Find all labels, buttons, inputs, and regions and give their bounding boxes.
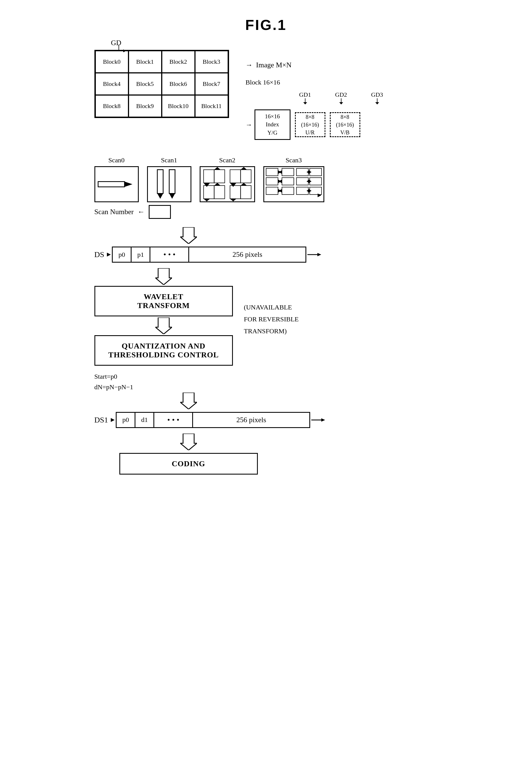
arrow-to-image: → bbox=[246, 61, 253, 69]
svg-marker-18 bbox=[214, 167, 220, 170]
svg-marker-55 bbox=[317, 193, 321, 197]
wavelet-label: WAVELET TRANSFORM bbox=[137, 292, 190, 310]
block16-box: 16×16 Index Y/G bbox=[254, 109, 291, 140]
coding-box: CODING bbox=[119, 453, 258, 475]
svg-marker-61 bbox=[155, 318, 172, 334]
scan3-svg bbox=[264, 167, 323, 202]
scan0-svg bbox=[95, 167, 138, 202]
svg-marker-20 bbox=[203, 199, 210, 202]
scan-number-box bbox=[149, 205, 171, 219]
cell-block10: Block10 bbox=[162, 95, 195, 117]
ds1-arrow bbox=[111, 418, 115, 422]
svg-rect-17 bbox=[214, 170, 225, 183]
svg-rect-11 bbox=[157, 170, 163, 194]
svg-rect-23 bbox=[230, 170, 240, 183]
coding-row: CODING bbox=[94, 453, 283, 475]
svg-marker-62 bbox=[180, 392, 197, 409]
svg-rect-21 bbox=[214, 186, 225, 199]
arrow-down-1 bbox=[94, 268, 233, 285]
scan1-label: Scan1 bbox=[161, 156, 177, 164]
svg-rect-29 bbox=[240, 186, 251, 199]
scan-number-row: Scan Number ← bbox=[94, 205, 438, 219]
page: FIG.1 GD Block0 Block1 Block2 Block3 Blo… bbox=[72, 0, 460, 491]
svg-marker-28 bbox=[230, 199, 236, 202]
gd3-arrow bbox=[373, 98, 381, 104]
scan-number-label: Scan Number bbox=[94, 208, 134, 216]
svg-marker-60 bbox=[155, 268, 172, 285]
ds1-d1: d1 bbox=[135, 413, 154, 427]
svg-rect-19 bbox=[203, 186, 214, 199]
cell-block3: Block3 bbox=[195, 51, 228, 73]
hollow-down-arrow-1 bbox=[180, 227, 197, 244]
svg-marker-42 bbox=[279, 180, 282, 183]
svg-rect-33 bbox=[282, 168, 294, 176]
annotation-line1: Start=p0 bbox=[94, 371, 438, 382]
arrow-to-coding bbox=[94, 434, 283, 450]
cell-block7: Block7 bbox=[195, 73, 228, 95]
svg-rect-41 bbox=[282, 178, 294, 185]
block16-row: Block 16×16 bbox=[246, 79, 395, 86]
scan1-svg bbox=[148, 167, 190, 202]
top-section: GD Block0 Block1 Block2 Block3 Block4 Bl… bbox=[94, 50, 438, 140]
ds-label: DS bbox=[94, 250, 104, 259]
arrow-to-ds1 bbox=[94, 392, 283, 409]
svg-marker-12 bbox=[157, 193, 163, 199]
gd-labels-row: GD1 GD2 GD3 bbox=[246, 91, 395, 104]
arrow-to-ds bbox=[94, 227, 283, 244]
scan1-box bbox=[147, 166, 191, 202]
svg-marker-34 bbox=[279, 170, 282, 174]
svg-rect-15 bbox=[203, 170, 214, 183]
hollow-down-2 bbox=[155, 268, 172, 285]
svg-marker-24 bbox=[230, 183, 236, 187]
quantization-box: QUANTIZATION AND THRESHOLDING CONTROL bbox=[94, 335, 233, 366]
cell-block5: Block5 bbox=[129, 73, 162, 95]
svg-marker-56 bbox=[180, 227, 197, 244]
arrow-down-2 bbox=[94, 318, 233, 334]
scan-number-arrow: ← bbox=[138, 208, 145, 216]
gd-arrow-svg bbox=[118, 44, 132, 52]
svg-marker-2 bbox=[123, 49, 126, 52]
gd3-label: GD3 bbox=[371, 91, 383, 98]
ds1-dots: • • • bbox=[154, 413, 193, 427]
ds-arrow-svg bbox=[107, 253, 111, 257]
gd2-label: GD2 bbox=[335, 91, 347, 98]
ds-p1: p1 bbox=[132, 247, 150, 262]
blocks-row: → 16×16 Index Y/G 8×8 (16×16) U/R 8×8 (1… bbox=[246, 109, 395, 140]
svg-marker-50 bbox=[279, 189, 282, 193]
svg-marker-26 bbox=[240, 167, 247, 170]
ds1-row: DS1 p0 d1 • • • 256 pixels bbox=[94, 412, 438, 428]
ds-pixels: 256 pixels bbox=[189, 247, 305, 262]
main-flow-section: WAVELET TRANSFORM QUANTIZATION AND THRES… bbox=[94, 268, 438, 366]
block-gd3-content: 8×8 (16×16) V/B bbox=[336, 113, 354, 136]
cell-block1: Block1 bbox=[129, 51, 162, 73]
coding-label: CODING bbox=[172, 459, 205, 468]
scan2-item: Scan2 bbox=[200, 156, 255, 202]
cell-block9: Block9 bbox=[129, 95, 162, 117]
scan1-item: Scan1 bbox=[147, 156, 191, 202]
cell-block2: Block2 bbox=[162, 51, 195, 73]
svg-rect-31 bbox=[266, 168, 278, 176]
scan3-box bbox=[263, 166, 324, 202]
unavailable-note: (UNAVAILABLE FOR REVERSIBLE TRANSFORM) bbox=[244, 301, 327, 337]
hollow-down-5 bbox=[180, 434, 197, 450]
cell-block0: Block0 bbox=[95, 51, 129, 73]
ds1-pixels: 256 pixels bbox=[193, 413, 309, 427]
block16-content: 16×16 Index Y/G bbox=[265, 112, 280, 137]
scan0-item: Scan0 bbox=[94, 156, 139, 202]
arrow-to-block16: → bbox=[246, 121, 252, 129]
svg-marker-65 bbox=[321, 418, 325, 422]
ds-bar: p0 p1 • • • 256 pixels bbox=[112, 247, 306, 263]
image-label-row: → Image M×N bbox=[246, 61, 395, 69]
gd2-arrow bbox=[337, 98, 346, 104]
svg-rect-9 bbox=[98, 181, 124, 187]
svg-rect-13 bbox=[169, 170, 175, 194]
scan2-box bbox=[200, 166, 255, 202]
cell-block4: Block4 bbox=[95, 73, 129, 95]
ds-row: DS p0 p1 • • • 256 pixels bbox=[94, 247, 438, 263]
hollow-down-4 bbox=[180, 392, 197, 409]
svg-marker-16 bbox=[203, 183, 210, 187]
svg-marker-22 bbox=[214, 183, 220, 186]
ds-dots: • • • bbox=[150, 247, 189, 262]
ds-p0: p0 bbox=[113, 247, 132, 262]
svg-marker-14 bbox=[169, 193, 175, 199]
